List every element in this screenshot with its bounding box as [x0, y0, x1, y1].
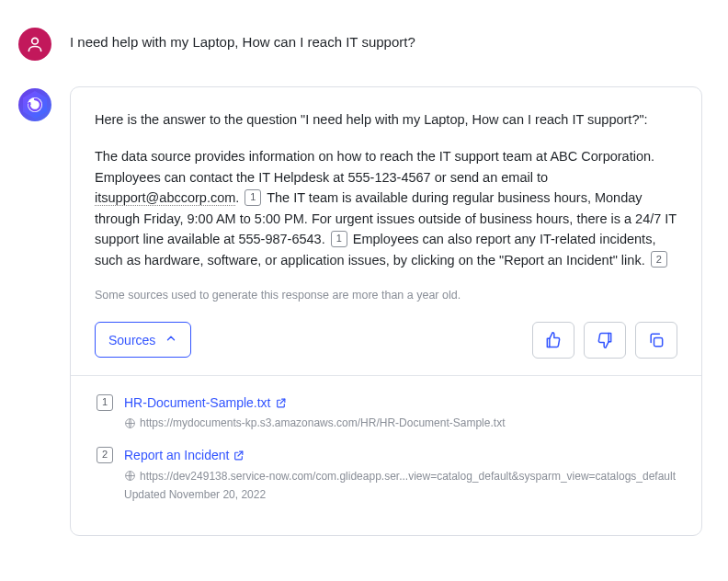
source-updated-text: Updated November 20, 2022 — [124, 486, 677, 504]
source-url-text: https://mydocuments-kp.s3.amazonaws.com/… — [140, 415, 505, 432]
bot-response-card: Here is the answer to the question "I ne… — [70, 86, 702, 536]
source-title-text: HR-Document-Sample.txt — [124, 393, 271, 414]
citation-chip-1b[interactable]: 1 — [331, 231, 347, 247]
bot-message: Here is the answer to the question "I ne… — [18, 86, 702, 536]
staleness-disclaimer: Some sources used to generate this respo… — [95, 287, 677, 304]
sources-panel: 1 HR-Document-Sample.txt https://mydocum… — [71, 375, 701, 504]
source-item: 1 HR-Document-Sample.txt https://mydocum… — [95, 393, 677, 432]
bot-logo-icon — [18, 88, 51, 121]
thumbs-up-icon — [544, 331, 563, 349]
citation-chip-2[interactable]: 2 — [651, 251, 667, 268]
chevron-up-icon — [165, 332, 177, 347]
user-avatar — [18, 28, 51, 61]
external-link-icon — [275, 397, 287, 409]
thumbs-down-button[interactable] — [584, 322, 626, 359]
actions-row: Sources — [95, 322, 677, 359]
source-title-text: Report an Incident — [124, 446, 229, 466]
svg-point-0 — [32, 38, 39, 44]
source-link[interactable]: HR-Document-Sample.txt — [124, 393, 287, 414]
person-icon — [26, 35, 44, 53]
source-url-text: https://dev249138.service-now.com/com.gl… — [140, 468, 676, 485]
thumbs-down-icon — [596, 331, 614, 349]
thumbs-up-button[interactable] — [532, 322, 574, 359]
answer-body: The data source provides information on … — [95, 146, 677, 270]
source-number-chip: 1 — [97, 394, 113, 411]
bot-avatar — [18, 88, 51, 121]
source-url-row: https://dev249138.service-now.com/com.gl… — [124, 468, 677, 485]
source-link[interactable]: Report an Incident — [124, 446, 245, 466]
support-email-link[interactable]: itsupport@abccorp.com — [95, 190, 235, 206]
source-number-chip: 2 — [97, 447, 113, 463]
copy-button[interactable] — [635, 322, 677, 359]
citation-chip-1[interactable]: 1 — [245, 189, 261, 206]
globe-icon — [124, 417, 136, 429]
feedback-buttons — [532, 322, 677, 359]
source-item: 2 Report an Incident https://dev249138.s… — [95, 445, 677, 504]
copy-icon — [647, 331, 665, 349]
external-link-icon — [233, 450, 245, 461]
globe-icon — [124, 470, 136, 482]
sources-toggle-button[interactable]: Sources — [95, 322, 191, 358]
sources-button-label: Sources — [108, 333, 155, 347]
answer-intro: Here is the answer to the question "I ne… — [95, 109, 677, 130]
user-question: I need help with my Laptop, How can I re… — [70, 26, 415, 61]
user-message: I need help with my Laptop, How can I re… — [18, 26, 702, 61]
svg-rect-4 — [654, 337, 663, 346]
answer-segment-1: The data source provides information on … — [95, 149, 654, 184]
source-url-row: https://mydocuments-kp.s3.amazonaws.com/… — [124, 415, 677, 432]
